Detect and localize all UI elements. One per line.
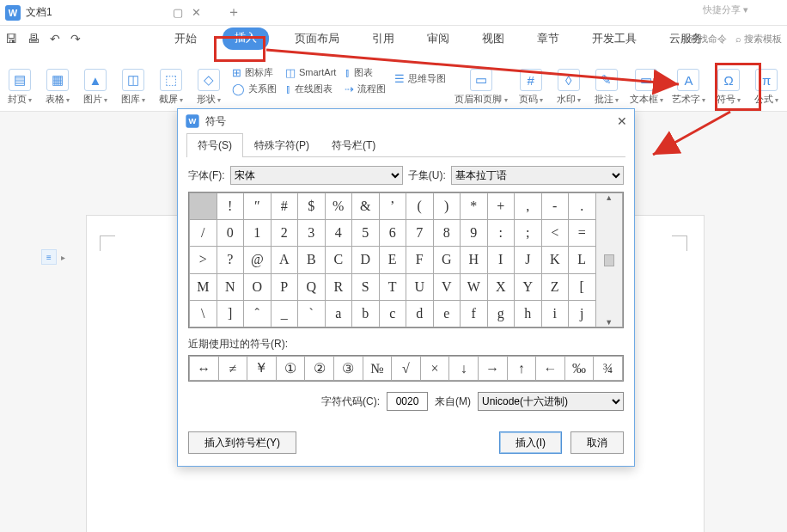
char-cell[interactable]: f [461,300,488,327]
char-cell[interactable]: C [325,247,352,273]
char-cell[interactable]: [ [569,273,596,300]
char-cell[interactable]: _ [271,300,298,327]
char-cell[interactable]: e [433,300,461,327]
outline-sidebar-icon[interactable]: ≡ [41,249,57,265]
recent-cell[interactable]: ≠ [218,357,247,381]
char-cell[interactable]: \ [190,300,217,327]
char-cell[interactable]: $ [298,193,326,220]
ribbon-headerfooter[interactable]: ▭页眉和页脚 [455,69,507,106]
ribbon-flowchart[interactable]: ⇢流程图 [345,83,386,95]
ribbon-textbox[interactable]: ▭文本框 [630,69,663,106]
char-cell[interactable]: A [271,247,298,273]
char-cell[interactable]: 5 [352,220,380,247]
char-cell[interactable]: & [352,193,380,220]
char-cell[interactable]: ] [217,300,244,327]
recent-cell[interactable]: ↓ [449,357,479,381]
char-cell[interactable]: : [487,220,515,247]
char-cell[interactable]: - [541,193,569,220]
char-cell[interactable]: / [190,220,217,247]
char-cell[interactable]: T [379,273,406,300]
recent-cell[interactable]: ￥ [247,357,277,381]
char-cell[interactable]: I [487,247,515,273]
char-cell[interactable] [190,193,217,220]
ribbon-gallery[interactable]: ◫图库 [119,69,148,106]
new-tab-button[interactable]: ＋ [227,3,241,21]
ribbon-formula[interactable]: π公式 [752,69,781,106]
char-cell[interactable]: L [569,247,596,273]
print-icon[interactable]: 🖶 [27,32,40,46]
char-cell[interactable]: 9 [461,220,488,247]
char-cell[interactable]: V [433,273,461,300]
char-cell[interactable]: , [515,193,542,220]
recent-cell[interactable]: ‰ [564,357,594,381]
char-cell[interactable]: i [541,300,569,327]
char-cell[interactable]: D [352,247,380,273]
char-cell[interactable]: ` [298,300,326,327]
recent-cell[interactable]: × [420,357,449,381]
ribbon-wordart[interactable]: A艺术字 [672,69,705,106]
char-cell[interactable]: O [244,273,271,300]
char-cell[interactable]: % [325,193,352,220]
ribbon-onlinechart[interactable]: ⫿在线图表 [285,83,336,95]
char-cell[interactable]: B [298,247,326,273]
tab-window-icon[interactable]: ▢ [173,6,183,19]
search-template[interactable]: 搜索模板 [735,33,782,46]
redo-icon[interactable]: ↷ [70,32,81,46]
dialog-tab-special[interactable]: 特殊字符(P) [243,133,320,157]
char-cell[interactable]: ! [217,193,244,220]
ribbon-pagenumber[interactable]: #页码 [516,69,546,106]
menu-view[interactable]: 视图 [475,28,511,50]
char-cell[interactable]: @ [244,247,271,273]
char-cell[interactable]: J [515,247,542,273]
char-cell[interactable]: ? [217,247,244,273]
ribbon-chart[interactable]: ⫿图表 [345,66,386,79]
recent-cell[interactable]: ② [305,357,334,381]
char-cell[interactable]: d [406,300,434,327]
recent-cell[interactable]: ① [276,357,305,381]
char-cell[interactable]: 0 [217,220,244,247]
char-cell[interactable]: H [461,247,488,273]
dialog-titlebar[interactable]: W 符号 ✕ [178,109,634,133]
tab-close-icon[interactable]: ✕ [192,6,201,19]
ribbon-picture[interactable]: ▲图片 [81,69,110,106]
recent-cell[interactable]: ¾ [594,357,623,381]
recent-cell[interactable]: ← [536,357,565,381]
char-cell[interactable]: U [406,273,434,300]
recent-cell[interactable]: № [363,357,392,381]
ribbon-cover[interactable]: ▤封页 [5,69,34,106]
char-cell[interactable]: = [569,220,596,247]
undo-icon[interactable]: ↶ [50,32,60,46]
char-cell[interactable]: 7 [406,220,434,247]
recent-cell[interactable]: ③ [333,357,363,381]
from-select[interactable]: Unicode(十六进制) [478,392,624,411]
top-right-label[interactable]: 快捷分享 ▾ [703,3,748,16]
menu-start[interactable]: 开始 [168,28,204,50]
ribbon-table[interactable]: ▦表格 [43,69,72,106]
char-cell[interactable]: > [190,247,217,273]
char-cell[interactable]: Z [541,273,569,300]
char-cell[interactable]: ˆ [244,300,271,327]
search-command[interactable]: 查找命令 [680,33,727,46]
ribbon-smartart[interactable]: ◫SmartArt [285,66,336,79]
char-cell[interactable]: 8 [433,220,461,247]
char-cell[interactable]: Y [515,273,542,300]
dialog-tab-symbols[interactable]: 符号(S) [186,133,243,157]
ribbon-shapes[interactable]: ◇形状 [194,69,223,106]
menu-review[interactable]: 审阅 [420,28,456,50]
char-cell[interactable]: P [271,273,298,300]
char-cell[interactable]: g [487,300,515,327]
menu-insert[interactable]: 插入 [223,28,269,50]
char-cell[interactable]: K [541,247,569,273]
char-cell[interactable]: < [541,220,569,247]
char-cell[interactable]: ( [406,193,434,220]
char-cell[interactable]: 6 [379,220,406,247]
menu-devtools[interactable]: 开发工具 [585,28,644,50]
char-cell[interactable]: X [487,273,515,300]
char-cell[interactable]: b [352,300,380,327]
char-cell[interactable]: 3 [298,220,326,247]
insert-button[interactable]: 插入(I) [499,431,562,454]
ribbon-mindmap[interactable]: ☰思维导图 [394,72,446,85]
char-cell[interactable]: . [569,193,596,220]
char-cell[interactable]: h [515,300,542,327]
char-cell[interactable]: F [406,247,434,273]
